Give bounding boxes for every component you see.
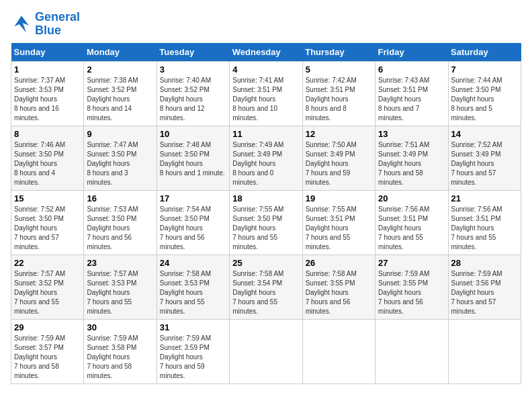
day-number: 18 [232,193,299,203]
day-info: Sunrise: 7:52 AMSunset: 3:49 PMDaylight … [451,141,502,186]
day-info: Sunrise: 7:57 AMSunset: 3:53 PMDaylight … [87,270,138,315]
calendar-week-row: 29 Sunrise: 7:59 AMSunset: 3:57 PMDaylig… [11,319,521,383]
calendar-cell: 15 Sunrise: 7:52 AMSunset: 3:50 PMDaylig… [11,190,84,255]
calendar-cell: 27 Sunrise: 7:59 AMSunset: 3:55 PMDaylig… [375,255,448,319]
calendar-week-row: 1 Sunrise: 7:37 AMSunset: 3:53 PMDayligh… [11,61,521,126]
day-info: Sunrise: 7:56 AMSunset: 3:51 PMDaylight … [378,205,429,250]
col-header-monday: Monday [84,43,157,62]
day-number: 6 [378,64,445,75]
day-info: Sunrise: 7:53 AMSunset: 3:50 PMDaylight … [87,205,138,250]
day-info: Sunrise: 7:57 AMSunset: 3:52 PMDaylight … [14,270,65,315]
day-number: 29 [14,322,81,332]
day-info: Sunrise: 7:58 AMSunset: 3:54 PMDaylight … [232,270,283,315]
day-number: 24 [160,258,226,268]
calendar-cell: 4 Sunrise: 7:41 AMSunset: 3:51 PMDayligh… [230,61,302,126]
day-number: 16 [87,193,153,203]
calendar-cell: 6 Sunrise: 7:43 AMSunset: 3:51 PMDayligh… [375,61,448,126]
calendar-week-row: 15 Sunrise: 7:52 AMSunset: 3:50 PMDaylig… [11,190,521,255]
logo-icon [11,13,32,35]
calendar-cell: 29 Sunrise: 7:59 AMSunset: 3:57 PMDaylig… [11,319,84,383]
day-number: 26 [306,258,372,268]
calendar-cell: 31 Sunrise: 7:59 AMSunset: 3:59 PMDaylig… [157,319,229,383]
day-number: 3 [160,64,226,75]
calendar-cell: 26 Sunrise: 7:58 AMSunset: 3:55 PMDaylig… [302,255,375,319]
col-header-saturday: Saturday [448,43,521,62]
calendar-cell: 3 Sunrise: 7:40 AMSunset: 3:52 PMDayligh… [157,61,229,126]
day-info: Sunrise: 7:44 AMSunset: 3:50 PMDaylight … [451,77,502,122]
day-info: Sunrise: 7:47 AMSunset: 3:50 PMDaylight … [87,141,138,186]
page-header: General Blue [11,11,521,38]
day-number: 12 [306,129,372,139]
day-number: 30 [87,322,153,332]
day-info: Sunrise: 7:59 AMSunset: 3:58 PMDaylight … [87,334,138,379]
calendar-header-row: SundayMondayTuesdayWednesdayThursdayFrid… [11,43,521,62]
calendar-cell: 30 Sunrise: 7:59 AMSunset: 3:58 PMDaylig… [84,319,157,383]
day-number: 5 [306,64,372,75]
calendar-cell: 5 Sunrise: 7:42 AMSunset: 3:51 PMDayligh… [302,61,375,126]
day-info: Sunrise: 7:59 AMSunset: 3:57 PMDaylight … [14,334,65,379]
calendar-cell: 28 Sunrise: 7:59 AMSunset: 3:56 PMDaylig… [448,255,521,319]
calendar-cell: 7 Sunrise: 7:44 AMSunset: 3:50 PMDayligh… [448,61,521,126]
calendar-week-row: 22 Sunrise: 7:57 AMSunset: 3:52 PMDaylig… [11,255,521,319]
calendar-cell [230,319,302,383]
day-info: Sunrise: 7:48 AMSunset: 3:50 PMDaylight … [160,141,225,177]
day-info: Sunrise: 7:40 AMSunset: 3:52 PMDaylight … [160,77,211,122]
day-number: 10 [160,129,226,139]
day-number: 27 [378,258,445,268]
day-number: 25 [232,258,299,268]
col-header-wednesday: Wednesday [230,43,302,62]
calendar-cell: 2 Sunrise: 7:38 AMSunset: 3:52 PMDayligh… [84,61,157,126]
calendar-cell: 24 Sunrise: 7:58 AMSunset: 3:53 PMDaylig… [157,255,229,319]
calendar-cell: 9 Sunrise: 7:47 AMSunset: 3:50 PMDayligh… [84,126,157,190]
calendar-cell: 12 Sunrise: 7:50 AMSunset: 3:49 PMDaylig… [302,126,375,190]
day-number: 21 [451,193,518,203]
day-number: 22 [14,258,81,268]
day-info: Sunrise: 7:41 AMSunset: 3:51 PMDaylight … [232,77,283,122]
logo: General Blue [11,11,80,38]
day-number: 1 [14,64,81,75]
calendar-cell [375,319,448,383]
calendar-cell: 10 Sunrise: 7:48 AMSunset: 3:50 PMDaylig… [157,126,229,190]
day-info: Sunrise: 7:59 AMSunset: 3:59 PMDaylight … [160,334,211,379]
calendar-cell: 19 Sunrise: 7:55 AMSunset: 3:51 PMDaylig… [302,190,375,255]
day-number: 20 [378,193,445,203]
day-info: Sunrise: 7:50 AMSunset: 3:49 PMDaylight … [306,141,357,186]
day-number: 4 [232,64,299,75]
calendar-cell: 14 Sunrise: 7:52 AMSunset: 3:49 PMDaylig… [448,126,521,190]
day-number: 19 [306,193,372,203]
day-info: Sunrise: 7:59 AMSunset: 3:56 PMDaylight … [451,270,502,315]
calendar-body: 1 Sunrise: 7:37 AMSunset: 3:53 PMDayligh… [11,61,521,383]
calendar-cell: 22 Sunrise: 7:57 AMSunset: 3:52 PMDaylig… [11,255,84,319]
svg-marker-0 [14,15,28,32]
day-number: 7 [451,64,518,75]
col-header-sunday: Sunday [11,43,84,62]
col-header-tuesday: Tuesday [157,43,229,62]
calendar-cell: 11 Sunrise: 7:49 AMSunset: 3:49 PMDaylig… [230,126,302,190]
col-header-friday: Friday [375,43,448,62]
day-number: 28 [451,258,518,268]
day-info: Sunrise: 7:59 AMSunset: 3:55 PMDaylight … [378,270,429,315]
calendar-cell: 17 Sunrise: 7:54 AMSunset: 3:50 PMDaylig… [157,190,229,255]
day-number: 14 [451,129,518,139]
calendar-cell: 21 Sunrise: 7:56 AMSunset: 3:51 PMDaylig… [448,190,521,255]
day-info: Sunrise: 7:49 AMSunset: 3:49 PMDaylight … [232,141,283,186]
day-info: Sunrise: 7:55 AMSunset: 3:50 PMDaylight … [232,205,283,250]
calendar-cell: 25 Sunrise: 7:58 AMSunset: 3:54 PMDaylig… [230,255,302,319]
day-info: Sunrise: 7:46 AMSunset: 3:50 PMDaylight … [14,141,65,186]
day-number: 31 [160,322,226,332]
day-number: 23 [87,258,153,268]
day-info: Sunrise: 7:58 AMSunset: 3:53 PMDaylight … [160,270,211,315]
calendar-cell: 23 Sunrise: 7:57 AMSunset: 3:53 PMDaylig… [84,255,157,319]
calendar-table: SundayMondayTuesdayWednesdayThursdayFrid… [11,43,521,384]
day-number: 9 [87,129,153,139]
day-info: Sunrise: 7:52 AMSunset: 3:50 PMDaylight … [14,205,65,250]
calendar-cell: 13 Sunrise: 7:51 AMSunset: 3:49 PMDaylig… [375,126,448,190]
day-info: Sunrise: 7:58 AMSunset: 3:55 PMDaylight … [306,270,357,315]
calendar-week-row: 8 Sunrise: 7:46 AMSunset: 3:50 PMDayligh… [11,126,521,190]
day-info: Sunrise: 7:51 AMSunset: 3:49 PMDaylight … [378,141,429,186]
day-info: Sunrise: 7:37 AMSunset: 3:53 PMDaylight … [14,77,65,122]
col-header-thursday: Thursday [302,43,375,62]
day-number: 11 [232,129,299,139]
day-number: 13 [378,129,445,139]
day-number: 17 [160,193,226,203]
